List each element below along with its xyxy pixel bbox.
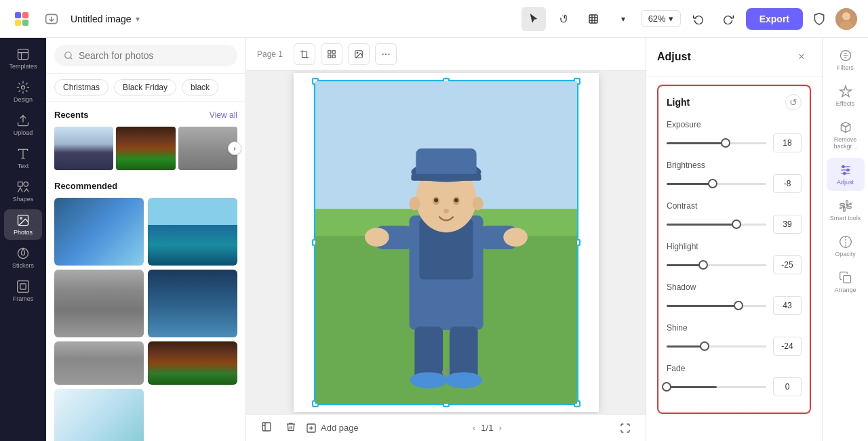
sidebar-item-text[interactable]: Text: [4, 143, 42, 173]
shadow-label: Shadow: [667, 282, 802, 292]
svg-rect-23: [332, 50, 335, 53]
brightness-value[interactable]: -8: [773, 174, 802, 193]
exposure-value[interactable]: 18: [773, 133, 802, 152]
rec-img-3[interactable]: [54, 270, 144, 337]
svg-point-62: [843, 172, 845, 174]
next-page-btn[interactable]: ›: [498, 423, 501, 433]
svg-point-61: [846, 169, 848, 171]
search-bar: [46, 38, 245, 74]
highlight-label: Highlight: [667, 242, 802, 251]
adjust-close-btn[interactable]: ×: [792, 47, 811, 66]
rec-img-4[interactable]: [148, 270, 237, 337]
sidebar-item-upload[interactable]: Upload: [4, 110, 42, 140]
refresh-icon[interactable]: ↺: [441, 365, 451, 380]
right-item-remove-bg[interactable]: Remove backgr...: [827, 115, 865, 155]
fade-track[interactable]: [667, 386, 766, 388]
hand-tool-btn[interactable]: [551, 7, 576, 31]
right-item-smart-tools[interactable]: Smart tools: [827, 194, 865, 227]
more-options-btn[interactable]: ···: [375, 43, 397, 65]
fade-value[interactable]: 0: [773, 377, 802, 396]
title-dropdown-icon[interactable]: ▾: [136, 14, 140, 24]
recent-img-1[interactable]: [54, 127, 113, 170]
sidebar-item-shapes[interactable]: Shapes: [4, 176, 42, 207]
rec-img-2[interactable]: [148, 198, 237, 266]
light-reset-btn[interactable]: ↺: [785, 94, 802, 110]
svg-rect-19: [20, 284, 26, 289]
topbar: Untitled image ▾ ▾ 62% ▾ Export: [0, 0, 868, 38]
fullscreen-btn[interactable]: [616, 419, 635, 438]
select-tool-btn[interactable]: [521, 7, 546, 31]
exposure-label: Exposure: [667, 120, 802, 129]
shield-btn[interactable]: [808, 8, 830, 30]
recent-img-2[interactable]: [116, 127, 175, 170]
layout-tool-btn[interactable]: [348, 43, 370, 65]
adjust-content: Light ↺ Exposure 18 Brig: [646, 77, 822, 441]
document-title-area[interactable]: Untitled image ▾: [71, 14, 140, 24]
highlight-track[interactable]: [667, 264, 766, 266]
recommended-grid: [54, 198, 237, 441]
frame-tool-btn[interactable]: [581, 7, 606, 31]
rec-img-7[interactable]: [54, 389, 144, 441]
svg-point-43: [472, 196, 483, 210]
recents-next-btn[interactable]: ›: [228, 142, 241, 155]
exposure-track[interactable]: [667, 142, 766, 144]
sidebar-item-stickers[interactable]: Stickers: [4, 243, 42, 273]
right-item-effects[interactable]: Effects: [827, 79, 865, 112]
delete-page-btn[interactable]: [281, 419, 300, 438]
search-icon: [64, 51, 73, 60]
rec-img-1[interactable]: [54, 198, 144, 266]
canvas-page[interactable]: [294, 73, 599, 412]
export-btn[interactable]: Export: [746, 8, 803, 30]
undo-btn[interactable]: [686, 7, 711, 31]
page-options-btn[interactable]: [257, 419, 276, 438]
tag-christmas[interactable]: Christmas: [54, 79, 108, 96]
sidebar-item-templates[interactable]: Templates: [4, 43, 42, 74]
svg-rect-24: [328, 55, 331, 58]
view-all-btn[interactable]: View all: [210, 110, 237, 120]
zoom-control[interactable]: 62% ▾: [641, 10, 681, 27]
frame-dropdown-btn[interactable]: ▾: [611, 7, 635, 31]
cloud-save-icon[interactable]: [41, 8, 62, 30]
redo-btn[interactable]: [716, 7, 741, 31]
canvas-image: [315, 81, 577, 404]
page-label: Page 1: [257, 49, 283, 59]
panel-content: Recents View all › Recommended: [46, 102, 245, 441]
right-item-opacity[interactable]: Opacity: [827, 230, 865, 263]
svg-point-17: [18, 249, 28, 259]
canvas-image-container[interactable]: [314, 80, 578, 405]
rec-img-6[interactable]: [148, 341, 237, 385]
tag-black-friday[interactable]: Black Friday: [114, 79, 176, 96]
sidebar-item-frames[interactable]: Frames: [4, 276, 42, 306]
shine-track[interactable]: [667, 345, 766, 348]
prev-page-btn[interactable]: ‹: [473, 423, 475, 433]
topbar-tools: ▾ 62% ▾ Export: [521, 7, 857, 31]
highlight-value[interactable]: -25: [773, 255, 802, 274]
shadow-track[interactable]: [667, 305, 766, 307]
crop-tool-btn[interactable]: [294, 43, 315, 65]
sidebar-item-photos[interactable]: Photos: [4, 209, 42, 240]
contrast-value[interactable]: 39: [773, 215, 802, 234]
right-item-filters[interactable]: Filters: [827, 43, 865, 77]
light-header: Light ↺: [667, 94, 802, 110]
fade-label: Fade: [667, 364, 802, 373]
add-page-btn[interactable]: Add page: [306, 419, 359, 438]
app-logo[interactable]: [11, 8, 33, 30]
right-item-arrange[interactable]: Arrange: [827, 266, 865, 299]
tag-black[interactable]: black: [182, 79, 218, 96]
rec-img-5[interactable]: [54, 341, 144, 385]
right-item-adjust[interactable]: Adjust: [827, 158, 865, 191]
recents-header: Recents View all: [54, 110, 237, 120]
search-input[interactable]: [79, 50, 228, 61]
shine-value[interactable]: -24: [773, 337, 802, 356]
contrast-track[interactable]: [667, 224, 766, 226]
brightness-track[interactable]: [667, 183, 766, 185]
search-input-wrap[interactable]: [54, 45, 237, 66]
shadow-value[interactable]: 43: [773, 296, 802, 315]
zoom-dropdown-icon: ▾: [669, 14, 673, 24]
sidebar-item-design[interactable]: Design: [4, 77, 42, 107]
recommended-header: Recommended: [54, 181, 237, 191]
svg-point-42: [409, 196, 420, 210]
user-avatar[interactable]: [835, 8, 857, 30]
grid-tool-btn[interactable]: [321, 43, 342, 65]
svg-line-21: [71, 58, 73, 60]
